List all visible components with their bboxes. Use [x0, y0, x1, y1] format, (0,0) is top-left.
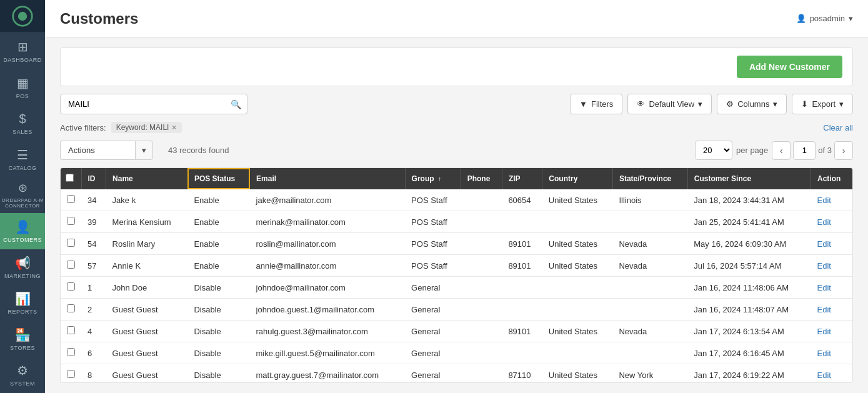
filters-button[interactable]: ▼ Filters [570, 94, 622, 114]
add-customer-bar: Add New Customer [60, 47, 853, 86]
edit-link[interactable]: Edit [817, 261, 831, 271]
row-checkbox[interactable] [67, 217, 75, 225]
gear-icon: ⚙ [726, 99, 734, 109]
default-view-button[interactable]: 👁 Default View ▾ [627, 94, 712, 114]
row-state [612, 277, 687, 299]
row-id: 6 [81, 342, 106, 364]
row-name: Guest Guest [106, 364, 188, 384]
edit-link[interactable]: Edit [817, 327, 831, 336]
row-checkbox[interactable] [67, 370, 75, 378]
edit-link[interactable]: Edit [817, 305, 831, 314]
sales-icon: $ [19, 112, 26, 126]
table-row: 54 Roslin Mary Enable roslin@mailinator.… [61, 233, 852, 255]
row-pos-status: Enable [187, 255, 249, 277]
search-icon: 🔍 [231, 99, 241, 109]
th-email: Email [250, 168, 406, 189]
page-title: Customers [60, 10, 138, 27]
th-id: ID [81, 168, 106, 189]
row-phone [461, 299, 502, 321]
row-customer-since: Jan 17, 2024 6:19:22 AM [687, 364, 811, 384]
topbar: Customers 👤 posadmin ▾ [45, 0, 868, 37]
sidebar-item-sales[interactable]: $ Sales [0, 105, 45, 141]
edit-link[interactable]: Edit [817, 217, 831, 227]
row-id: 1 [81, 277, 106, 299]
row-name: Merina Kensium [106, 211, 188, 233]
per-page-select[interactable]: 20 10 50 100 [695, 141, 732, 160]
columns-dropdown-icon: ▾ [773, 99, 777, 109]
row-checkbox[interactable] [67, 239, 75, 247]
edit-link[interactable]: Edit [817, 196, 831, 205]
row-pos-status: Disable [187, 299, 249, 321]
row-checkbox[interactable] [67, 304, 75, 312]
table-header-row: ID Name POS Status Email Group ↑ Phone Z… [61, 168, 852, 189]
edit-link[interactable]: Edit [817, 371, 831, 380]
row-checkbox-cell [61, 364, 81, 384]
sidebar-item-catalog[interactable]: ☰ Catalog [0, 141, 45, 177]
select-all-checkbox[interactable] [66, 174, 74, 182]
row-group: General [405, 277, 461, 299]
row-zip: 89101 [502, 255, 542, 277]
sidebar-item-marketing[interactable]: 📢 Marketing [0, 249, 45, 286]
row-email: johndoe@mailinator.com [250, 277, 406, 299]
page-number-input[interactable] [793, 141, 816, 160]
actions-dropdown-button[interactable]: ▾ [135, 141, 153, 160]
edit-link[interactable]: Edit [817, 239, 831, 249]
sidebar-item-label: Catalog [8, 165, 36, 171]
row-id: 39 [81, 211, 106, 233]
pagination: 20 10 50 100 per page ‹ of 3 › [695, 141, 853, 160]
row-checkbox[interactable] [67, 348, 75, 356]
user-menu[interactable]: 👤 posadmin ▾ [796, 14, 853, 23]
sidebar-item-stores[interactable]: 🏪 Stores [0, 321, 45, 357]
columns-button[interactable]: ⚙ Columns ▾ [717, 94, 787, 114]
table-row: 34 Jake k Enable jake@mailinator.com POS… [61, 189, 852, 211]
system-icon: ⚙ [17, 363, 28, 378]
sidebar-item-label: Stores [10, 345, 35, 351]
sidebar-item-reports[interactable]: 📊 Reports [0, 285, 45, 321]
sidebar-item-customers[interactable]: 👤 Customers [0, 213, 45, 249]
row-checkbox[interactable] [67, 326, 75, 334]
keyword-filter-tag: Keyword: MAILI ✕ [111, 122, 182, 133]
row-state: Illinois [612, 189, 687, 211]
sidebar-item-connector[interactable]: ⊛ ORDERPAD A-M CONNECTOR [0, 177, 45, 214]
search-wrapper: 🔍 [60, 94, 247, 114]
row-customer-since: Jan 17, 2024 6:13:54 AM [687, 321, 811, 342]
row-id: 54 [81, 233, 106, 255]
table-row: 57 Annie K Enable annie@mailinator.com P… [61, 255, 852, 277]
row-checkbox[interactable] [67, 282, 75, 291]
row-pos-status: Enable [187, 189, 249, 211]
row-checkbox-cell [61, 211, 81, 233]
row-checkbox-cell [61, 321, 81, 342]
row-action: Edit [811, 255, 852, 277]
row-checkbox[interactable] [67, 195, 75, 203]
sidebar-item-pos[interactable]: ▦ POS [0, 69, 45, 106]
clear-all-button[interactable]: Clear all [823, 123, 853, 132]
row-action: Edit [811, 189, 852, 211]
export-label: Export [812, 99, 836, 109]
svg-point-1 [18, 12, 27, 21]
edit-link[interactable]: Edit [817, 283, 831, 292]
actions-select[interactable]: Actions [60, 141, 135, 160]
export-button[interactable]: ⬇ Export ▾ [792, 94, 853, 114]
sidebar-item-dashboard[interactable]: ⊞ Dashboard [0, 33, 45, 69]
prev-page-button[interactable]: ‹ [772, 141, 791, 160]
next-page-button[interactable]: › [834, 141, 853, 160]
total-pages: of 3 [818, 146, 832, 155]
row-checkbox[interactable] [67, 261, 75, 269]
table-row: 4 Guest Guest Disable rahulg.guest.3@mai… [61, 321, 852, 342]
search-input[interactable] [60, 94, 247, 114]
sidebar-item-label: Reports [8, 309, 37, 315]
page-nav: ‹ of 3 › [772, 141, 853, 160]
row-country: United States [542, 255, 613, 277]
add-new-customer-button[interactable]: Add New Customer [737, 56, 842, 78]
remove-filter-button[interactable]: ✕ [171, 124, 177, 132]
edit-link[interactable]: Edit [817, 349, 831, 358]
row-group: POS Staff [405, 255, 461, 277]
export-dropdown-icon: ▾ [839, 99, 844, 109]
sidebar: ⊞ Dashboard ▦ POS $ Sales ☰ Catalog ⊛ OR… [0, 0, 45, 393]
row-email: johndoe.guest.1@mailinator.com [250, 299, 406, 321]
customers-table-wrapper: ID Name POS Status Email Group ↑ Phone Z… [60, 167, 853, 383]
sidebar-item-system[interactable]: ⚙ System [0, 357, 45, 393]
th-country: Country [542, 168, 613, 189]
per-page-label: per page [736, 146, 768, 155]
row-country: United States [542, 321, 613, 342]
